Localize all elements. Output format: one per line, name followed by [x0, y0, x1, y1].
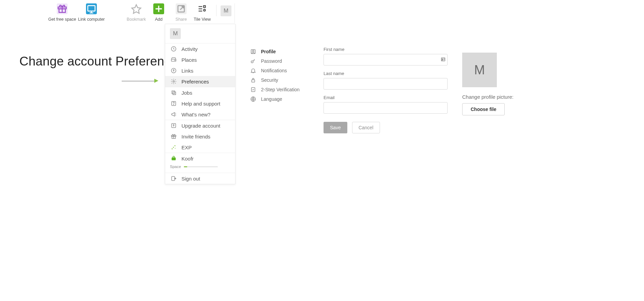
first-name-label: First name: [324, 47, 449, 52]
pref-security[interactable]: Security: [250, 75, 311, 85]
svg-rect-31: [252, 80, 255, 82]
pref-language[interactable]: Language: [250, 94, 311, 104]
choose-file-button[interactable]: Choose file: [462, 103, 505, 115]
cancel-button[interactable]: Cancel: [352, 122, 380, 133]
toolbar-divider: [216, 5, 216, 16]
space-bar: [184, 166, 218, 167]
pref-label: Security: [261, 77, 278, 83]
briefcase-icon: [171, 155, 177, 162]
user-icon: [250, 49, 256, 55]
tile-view-icon: [197, 3, 208, 14]
svg-point-24: [174, 145, 175, 146]
megaphone-icon: [171, 111, 177, 117]
arrow-pointer: [122, 79, 160, 83]
svg-point-14: [173, 81, 175, 82]
pref-two-step[interactable]: 2-Step Verification: [250, 85, 311, 94]
svg-point-25: [175, 148, 175, 149]
toolbar: Get free space Link computer Bookmark Ad…: [48, 3, 231, 22]
menu-jobs[interactable]: Jobs: [165, 87, 235, 98]
menu-activity[interactable]: Activity: [165, 43, 235, 54]
pref-password[interactable]: Password: [250, 56, 311, 66]
toolbar-get-free-space[interactable]: Get free space: [48, 3, 77, 22]
gift-icon: [171, 133, 177, 139]
star-icon: [131, 3, 142, 14]
external-link-icon: [176, 3, 187, 14]
help-icon: [171, 100, 177, 107]
svg-marker-3: [132, 5, 141, 13]
last-name-input[interactable]: [324, 78, 448, 90]
email-label: Email: [324, 95, 449, 100]
pref-profile[interactable]: Profile: [250, 47, 311, 56]
svg-rect-8: [204, 6, 205, 7]
plus-icon: [153, 3, 164, 14]
svg-point-9: [204, 9, 205, 11]
toolbar-tile-view[interactable]: Tile View: [192, 3, 212, 22]
toolbar-share[interactable]: Share: [170, 3, 192, 22]
lock-icon: [250, 77, 256, 83]
menu-header: M: [165, 24, 235, 43]
sign-out-icon: [171, 175, 177, 182]
menu-whats-new[interactable]: What's new?: [165, 109, 235, 120]
toolbar-label: Share: [175, 17, 187, 22]
avatar-letter: M: [221, 5, 231, 16]
svg-point-30: [251, 61, 253, 63]
gear-icon: [171, 78, 177, 84]
copy-icon: [171, 90, 177, 96]
space-meter: Space: [165, 164, 235, 173]
pref-label: Profile: [261, 49, 276, 54]
pref-label: Notifications: [261, 68, 287, 73]
toolbar-bookmark[interactable]: Bookmark: [125, 3, 147, 22]
pref-label: 2-Step Verification: [261, 87, 300, 92]
pref-notifications[interactable]: Notifications: [250, 66, 311, 75]
menu-label: Sign out: [181, 176, 200, 182]
menu-invite[interactable]: Invite friends: [165, 131, 235, 142]
avatar-large: M: [462, 53, 497, 87]
menu-label: EXP: [181, 145, 192, 150]
menu-links[interactable]: Links: [165, 65, 235, 76]
account-menu: M Activity Places Links Preferences Jobs…: [165, 24, 236, 184]
menu-label: Jobs: [181, 90, 192, 96]
toolbar-label: Get free space: [48, 17, 76, 22]
toolbar-link-computer[interactable]: Link computer: [77, 3, 106, 22]
menu-exp[interactable]: EXP: [165, 142, 235, 153]
svg-point-29: [253, 50, 254, 52]
toolbar-label: Add: [155, 17, 162, 22]
last-name-label: Last name: [324, 71, 449, 76]
key-icon: [250, 58, 256, 64]
monitor-icon: [86, 3, 97, 14]
svg-point-35: [442, 59, 443, 60]
contact-card-icon: [440, 57, 446, 62]
toolbar-add[interactable]: Add: [147, 3, 170, 22]
clock-icon: [171, 46, 177, 52]
email-input[interactable]: [324, 102, 448, 114]
svg-rect-15: [172, 91, 175, 94]
toolbar-edge: [234, 3, 235, 23]
space-label: Space: [170, 165, 181, 169]
svg-rect-2: [88, 6, 95, 11]
menu-label: Upgrade account: [181, 123, 220, 129]
change-picture-label: Change profile picture:: [462, 94, 514, 100]
menu-places[interactable]: Places: [165, 54, 235, 65]
avatar-letter: M: [170, 28, 181, 39]
profile-picture-area: M Change profile picture: Choose file: [462, 53, 514, 115]
first-name-input[interactable]: [324, 54, 448, 65]
menu-preferences[interactable]: Preferences: [165, 76, 235, 87]
upgrade-icon: [171, 123, 177, 129]
save-button[interactable]: Save: [324, 122, 347, 133]
menu-label: Koofr: [181, 156, 194, 162]
menu-sign-out[interactable]: Sign out: [165, 173, 235, 184]
svg-rect-16: [173, 92, 176, 95]
globe-icon: [250, 96, 256, 102]
menu-koofr[interactable]: Koofr: [165, 153, 235, 164]
svg-rect-26: [172, 157, 176, 160]
sparkles-icon: [171, 144, 177, 150]
menu-upgrade[interactable]: Upgrade account: [165, 120, 235, 131]
profile-form: First name Last name Email Save Cancel: [324, 47, 449, 133]
gift-icon: [57, 3, 68, 14]
svg-point-23: [173, 147, 174, 148]
toolbar-label: Link computer: [78, 17, 105, 22]
menu-label: Links: [181, 68, 193, 74]
menu-help[interactable]: Help and support: [165, 98, 235, 109]
toolbar-avatar[interactable]: M: [221, 5, 231, 16]
svg-point-22: [172, 148, 173, 149]
